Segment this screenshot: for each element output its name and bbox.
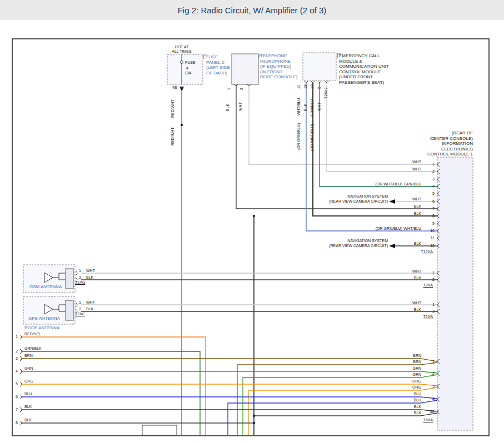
connector-pin-arcs [20, 81, 440, 425]
wiring-diagram-page: Fig 2: Radio Circuit, W/ Amplifier (2 of… [0, 0, 504, 443]
em-pin4-label: 5 [317, 87, 322, 89]
fuse-pin-label: 4B [172, 85, 177, 90]
em-wire3-label: GRN/BLU [310, 99, 315, 117]
row-number: 7 [10, 407, 18, 412]
t12xa-connector-label: T12XA [400, 250, 433, 254]
nav-callout-line2: (REAR VIEW CAMERA CIRCUIT) [300, 199, 388, 204]
wire-org-a [22, 384, 437, 386]
wire-brn-a [22, 359, 437, 361]
emergency-module-label: EMERGENCY CALL MODULE & COMMUNICATION UN… [339, 53, 389, 85]
em-pin3-label: 13 [310, 84, 315, 89]
t12xa-pin: 9 [426, 222, 435, 226]
row-wire-label: GRN/BLK [24, 346, 42, 351]
em-pin1-label: 11 [297, 85, 301, 89]
row-wire-label: BLK [24, 405, 32, 409]
t2xa-pin2: 2 [426, 278, 435, 282]
control-module-box [437, 157, 473, 430]
hot-at-label: HOT AT [165, 45, 198, 49]
t2xb-pin1: 1 [426, 303, 435, 307]
row-number: 1 [10, 335, 18, 339]
nav-callout-line2: (REAR VIEW CAMERA CIRCUIT) [300, 244, 388, 248]
gps-w1-label: WHT [86, 300, 95, 305]
gps-connector-label: T2XC [75, 312, 85, 316]
wire-em-wht [327, 83, 437, 172]
t5xa-pin: 4 [426, 397, 435, 401]
t5xa-wire-label: GRN [389, 366, 421, 371]
control-module-label: (REAR OF CENTER CONSOLE) INFORMATION ELE… [389, 130, 473, 157]
gsm-w2-label: BLK [86, 275, 93, 280]
down-arrow-icon [179, 87, 184, 92]
gps-pin1-label: 1 [79, 300, 81, 305]
t12xa-pin: 10 [426, 229, 435, 233]
t2xb-connector-label: T2XB [400, 315, 433, 319]
red-wht-wire-label: RED/WHT [171, 99, 175, 118]
t5xa-wire-label: BLK [389, 405, 421, 409]
gsm-w1-label: WHT [86, 269, 95, 273]
row-wire-label: BLK [24, 418, 32, 422]
t12xa-pin: 1 [426, 162, 435, 167]
t5xa-wire-label: ORG [389, 379, 421, 384]
telephone-microphone-box [232, 54, 258, 84]
cutoff-component-box [142, 425, 177, 435]
t12xa-pin: 4 [426, 184, 435, 189]
gsm-pin2-label: 2 [79, 275, 81, 280]
gsm-pin1-label: 1 [79, 269, 81, 273]
t12xa-pin: 3 [426, 177, 435, 182]
row-wire-label: RED/YEL [24, 332, 41, 336]
t12xa-w12-label: BLK [389, 241, 421, 246]
red-wht-wire-label: RED/WHT [171, 127, 175, 145]
t5xa-wire-label: BLK [389, 411, 421, 415]
t5xa-wire-label: GRN [389, 372, 421, 377]
row-wire-label: GRN [24, 366, 33, 371]
fuse-rating-label: 10A [184, 71, 191, 75]
row-wire-label: BRN [24, 354, 33, 358]
mic-pin1-label: 1 [227, 88, 231, 90]
roof-antenna-label: ROOF ANTENNA [24, 325, 59, 331]
gps-w2-label: BLK [86, 307, 93, 311]
row-wire-label: BLU [24, 392, 32, 396]
em-wire1-alt-label: (OR GRN/BLU) [297, 123, 301, 150]
t2xb-w2-label: BLK [389, 308, 421, 312]
t5xa-connector-label: T5XA [400, 418, 433, 422]
t12xa-w8-label: BLK [389, 212, 421, 216]
t12xa-w2-label: WHT [389, 167, 421, 172]
em-connector-label: T26X2 [324, 87, 328, 99]
t5xa-wire-label: BLU [389, 398, 421, 402]
t12xa-pin: 6 [426, 199, 435, 204]
wire-grn-a [22, 371, 437, 373]
t12xa-pin: 5 [426, 192, 435, 196]
row-wire-label: ORG [24, 379, 33, 384]
fuse-panel-label: FUSE PANEL C (LEFT SIDE OF DASH) [206, 54, 230, 75]
t5xa-wire-label: BLU [389, 392, 421, 396]
antenna-wires [81, 273, 437, 311]
t12xa-w10-label: WHT/BLU [389, 226, 421, 231]
t5xa-pin: 1 [426, 359, 435, 364]
em-pin2-label: 18 [303, 84, 308, 89]
t2xa-pin1: 1 [426, 271, 435, 275]
t12xa-w4-label: GRN/BLU [389, 182, 421, 187]
mic-pin2-label: 2 [239, 88, 244, 90]
t2xb-w1-label: WHT [389, 301, 421, 305]
wire-blk-a [22, 410, 437, 411]
wire-blu-a [22, 397, 437, 399]
bottom-wires [22, 337, 437, 435]
gps-pin2-label: 2 [79, 307, 81, 311]
nav-callout-line1: NAVIGATION SYSTEM [300, 194, 388, 199]
t12xa-w7-label: BLK [389, 204, 421, 209]
t12xa-w1-label: WHT [389, 160, 421, 164]
row-number: 4 [10, 369, 18, 374]
t12xa-pin: 8 [426, 214, 435, 218]
all-times-label: ALL TIMES [165, 49, 198, 54]
em-wire2-label: BLK [303, 104, 308, 111]
em-wire3-alt-label: (OR WHT/BLU) [310, 124, 315, 151]
t12xa-pin: 11 [426, 236, 435, 240]
emergency-call-module-box [303, 53, 336, 80]
t2xa-connector-label: T2XA [400, 283, 433, 288]
row-number: 8 [10, 421, 18, 425]
row-number: 3 [10, 356, 18, 361]
t2xb-pin2: 2 [426, 309, 435, 314]
fuse-panel-box [167, 54, 203, 84]
t2xa-w2-label: BLK [389, 276, 421, 280]
mic-wire2-label: WHT [238, 102, 243, 111]
t12xa-pin: 7 [426, 207, 435, 211]
